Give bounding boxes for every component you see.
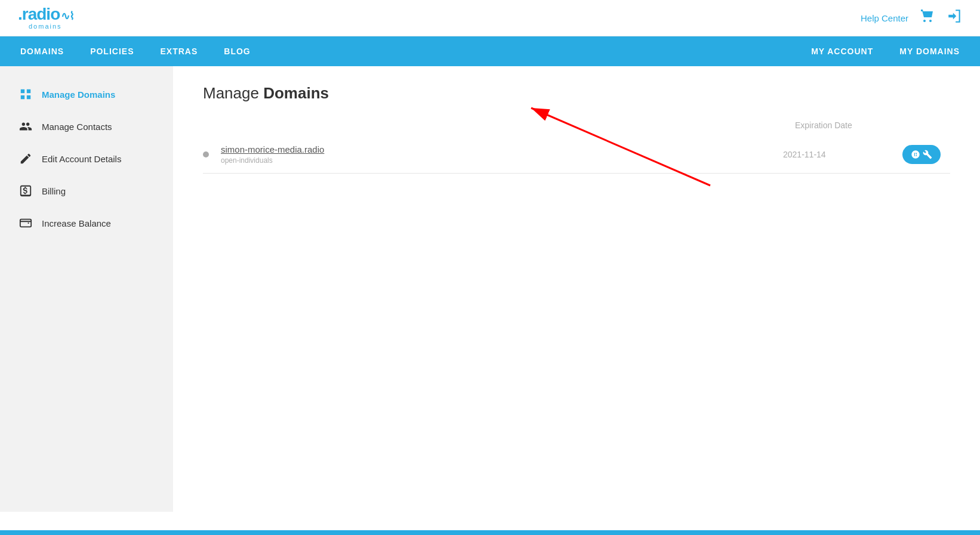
logo-wave-icon: ∿⌇: [61, 11, 74, 21]
nav-right: MY ACCOUNT MY DOMAINS: [809, 47, 962, 56]
sidebar-label-edit-account: Edit Account Details: [42, 154, 121, 164]
sidebar-item-edit-account[interactable]: Edit Account Details: [0, 143, 173, 175]
login-icon[interactable]: [947, 8, 962, 27]
balance-icon: [18, 215, 33, 231]
logo-sub: domains: [29, 23, 62, 30]
svg-rect-0: [21, 89, 24, 93]
svg-rect-2: [21, 95, 24, 99]
domain-sub: open-individuals: [221, 156, 783, 165]
domain-link[interactable]: simon-morice-media.radio: [221, 144, 324, 154]
domain-status-dot: [203, 151, 209, 157]
bottom-bar: [0, 530, 980, 535]
sidebar-item-manage-domains[interactable]: Manage Domains: [0, 78, 173, 110]
nav-my-account[interactable]: MY ACCOUNT: [809, 47, 876, 56]
col-status: [203, 120, 221, 136]
col-domain: [221, 120, 783, 136]
sidebar-label-manage-domains: Manage Domains: [42, 89, 115, 100]
page-title: Manage Domains: [203, 84, 950, 103]
col-action: [902, 120, 950, 136]
nav-my-domains[interactable]: MY DOMAINS: [897, 47, 962, 56]
nav-left: DOMAINS POLICIES EXTRAS BLOG: [18, 47, 253, 56]
sidebar-label-manage-contacts: Manage Contacts: [42, 122, 112, 132]
expiry-date: 2021-11-14: [783, 136, 902, 174]
col-expiry: Expiration Date: [783, 120, 902, 136]
logo-dot: .: [18, 5, 22, 23]
svg-rect-1: [27, 89, 30, 93]
table-header-row: Expiration Date: [203, 120, 950, 136]
manage-domain-button[interactable]: [902, 145, 941, 164]
sidebar-label-billing: Billing: [42, 186, 66, 196]
top-right-nav: Help Center: [861, 8, 962, 27]
sidebar: Manage Domains Manage Contacts Edit Acco…: [0, 66, 173, 512]
domain-table: Expiration Date simon-morice-media.radio: [203, 120, 950, 174]
logo[interactable]: .radio∿⌇ domains: [18, 6, 74, 30]
domain-name-cell: simon-morice-media.radio open-individual…: [221, 136, 783, 174]
sidebar-item-manage-contacts[interactable]: Manage Contacts: [0, 110, 173, 143]
sidebar-item-increase-balance[interactable]: Increase Balance: [0, 207, 173, 239]
page-title-bold: Domains: [263, 84, 329, 102]
sidebar-item-billing[interactable]: Billing: [0, 175, 173, 207]
nav-blog[interactable]: BLOG: [221, 47, 252, 56]
main-content: Manage Domains Manage Contacts Edit Acco…: [0, 66, 980, 512]
svg-rect-3: [27, 95, 30, 99]
top-bar: .radio∿⌇ domains Help Center: [0, 0, 980, 36]
svg-rect-4: [20, 219, 31, 227]
table-row: simon-morice-media.radio open-individual…: [203, 136, 950, 174]
action-cell: [902, 136, 950, 174]
nav-policies[interactable]: POLICIES: [88, 47, 136, 56]
page-content: Manage Domains Expiration Date: [173, 66, 980, 512]
help-center-link[interactable]: Help Center: [861, 13, 908, 23]
logo-radio-text: radio: [22, 5, 60, 23]
nav-bar: DOMAINS POLICIES EXTRAS BLOG MY ACCOUNT …: [0, 36, 980, 66]
sidebar-label-increase-balance: Increase Balance: [42, 218, 111, 228]
nav-domains[interactable]: DOMAINS: [18, 47, 66, 56]
billing-icon: [18, 183, 33, 199]
domain-status-cell: [203, 136, 221, 174]
edit-icon: [18, 151, 33, 166]
page-title-plain: Manage: [203, 84, 259, 102]
cart-icon[interactable]: [920, 9, 935, 27]
nav-extras[interactable]: EXTRAS: [158, 47, 200, 56]
contacts-icon: [18, 119, 33, 134]
grid-icon: [18, 86, 33, 102]
